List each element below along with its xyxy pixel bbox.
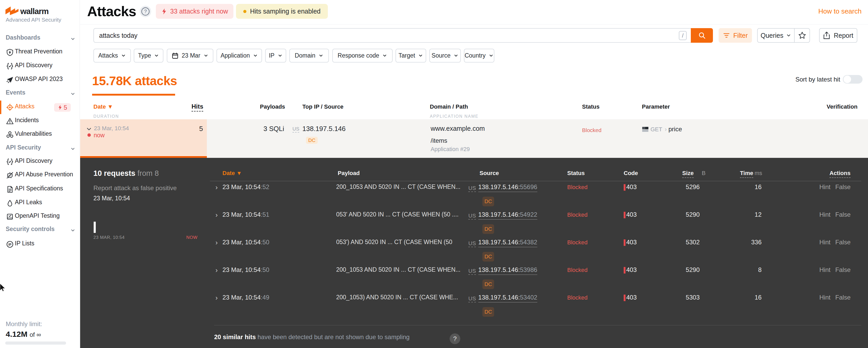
svg-text:IP: IP [8, 243, 11, 246]
svg-text:?: ? [144, 8, 147, 14]
